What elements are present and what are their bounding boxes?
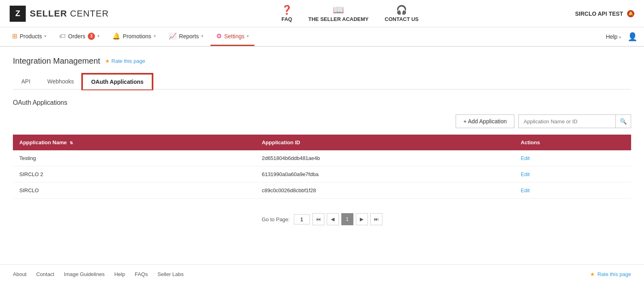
report-icon: 📈 — [169, 32, 177, 40]
cell-actions: Edit — [514, 150, 631, 166]
grid-icon: ⊞ — [12, 32, 17, 40]
nav-label-orders: Orders — [68, 33, 85, 39]
logo-text: SELLER CENTER — [30, 8, 109, 19]
table-body: Testing 2d651804b6ddb481ae4b Edit SIRCLO… — [13, 150, 631, 199]
cell-app-name: SIRCLO — [13, 183, 255, 199]
top-header: Z SELLER CENTER ❓ FAQ 📖 THE SELLER ACADE… — [0, 0, 644, 27]
notification-bell-icon[interactable]: 🔔 — [627, 10, 634, 17]
user-profile-icon[interactable]: 👤 — [627, 32, 638, 42]
logo-bold: SELLER — [30, 8, 67, 19]
logo-area[interactable]: Z SELLER CENTER — [10, 6, 109, 22]
footer-faqs[interactable]: FAQs — [135, 271, 148, 277]
tab-webhooks-label: Webhooks — [47, 78, 74, 85]
search-input[interactable] — [519, 115, 615, 128]
tab-api[interactable]: API — [13, 74, 39, 89]
orders-dropdown-arrow: ▾ — [97, 34, 99, 38]
table-header-row: Appplication Name ⇅ Appplication ID Acti… — [13, 135, 631, 150]
col-header-app-id: Appplication ID — [255, 135, 514, 150]
logo-letter: Z — [15, 9, 20, 18]
cell-app-name: Testing — [13, 150, 255, 166]
faq-icon: ❓ — [281, 5, 292, 15]
footer-seller-labs[interactable]: Seller Labs — [157, 271, 184, 277]
col-header-actions: Actions — [514, 135, 631, 150]
academy-label: THE SELLER ACADEMY — [308, 16, 369, 22]
tabs: API Webhooks OAuth Applications — [13, 74, 631, 89]
faq-nav-item[interactable]: ❓ FAQ — [281, 5, 292, 22]
prev-page-button[interactable]: ◀ — [327, 213, 339, 225]
page-title: Integration Management — [13, 56, 100, 66]
search-box: 🔍 — [518, 114, 631, 128]
rate-page-link[interactable]: ★ Rate this page — [105, 58, 145, 64]
nav-right: Help ▾ 👤 — [606, 32, 638, 42]
rate-label: Rate this page — [111, 58, 145, 64]
section-title: OAuth Applications — [13, 99, 631, 106]
star-icon: ★ — [105, 58, 110, 64]
nav-item-orders[interactable]: 🏷 Orders 3 ▾ — [54, 27, 105, 46]
reports-dropdown-arrow: ▾ — [201, 34, 203, 38]
user-name: SIRCLO API TEST — [575, 10, 623, 17]
cell-app-id: 2d651804b6ddb481ae4b — [255, 150, 514, 166]
toolbar: + Add Application 🔍 — [13, 114, 631, 128]
page-header: Integration Management ★ Rate this page — [13, 56, 631, 66]
footer-image-guidelines[interactable]: Image Guidelines — [64, 271, 105, 277]
contact-label: CONTACT US — [385, 16, 419, 22]
cell-actions: Edit — [514, 183, 631, 199]
main-nav: ⊞ Products ▾ 🏷 Orders 3 ▾ 🔔 Promotions ▾… — [0, 27, 644, 47]
nav-label-products: Products — [20, 33, 42, 39]
edit-link[interactable]: Edit — [521, 171, 530, 177]
faq-label: FAQ — [281, 16, 292, 22]
current-page-button[interactable]: 1 — [341, 213, 353, 225]
col-header-name: Appplication Name ⇅ — [13, 135, 255, 150]
go-to-page-label: Go to Page: — [262, 216, 289, 222]
cell-app-id: 6131990a0a60a9e7fdba — [255, 166, 514, 183]
first-page-button[interactable]: ⏮ — [312, 213, 324, 225]
sort-icon-name[interactable]: ⇅ — [70, 141, 73, 145]
help-button[interactable]: Help ▾ — [606, 33, 621, 40]
nav-item-settings[interactable]: ⚙ Settings ▾ — [211, 27, 255, 46]
nav-item-reports[interactable]: 📈 Reports ▾ — [163, 27, 209, 46]
tab-oauth-label: OAuth Applications — [91, 79, 143, 85]
help-dropdown-arrow: ▾ — [619, 35, 621, 39]
logo-regular: CENTER — [67, 8, 109, 19]
tab-oauth[interactable]: OAuth Applications — [82, 74, 152, 89]
contact-icon: 🎧 — [396, 5, 407, 15]
pagination: Go to Page: ⏮ ◀ 1 ▶ ⏭ — [13, 208, 631, 230]
nav-item-products[interactable]: ⊞ Products ▾ — [6, 27, 52, 46]
nav-item-promotions[interactable]: 🔔 Promotions ▾ — [107, 27, 161, 46]
cell-app-name: SIRCLO 2 — [13, 166, 255, 183]
table-row: SIRCLO c89c0c0026d8cbbf1f28 Edit — [13, 183, 631, 199]
footer-rate-link[interactable]: ★ Rate this page — [590, 271, 631, 277]
edit-link[interactable]: Edit — [521, 187, 530, 193]
page-input[interactable] — [294, 214, 310, 224]
academy-nav-item[interactable]: 📖 THE SELLER ACADEMY — [308, 5, 369, 22]
tab-webhooks[interactable]: Webhooks — [39, 74, 83, 89]
footer-star-icon: ★ — [590, 271, 595, 277]
footer-rate-label: Rate this page — [597, 271, 631, 277]
settings-dropdown-arrow: ▾ — [247, 34, 249, 38]
footer-contact[interactable]: Contact — [36, 271, 54, 277]
help-label: Help — [606, 33, 617, 40]
footer: About Contact Image Guidelines Help FAQs… — [0, 264, 644, 284]
settings-icon: ⚙ — [216, 32, 222, 40]
promotions-dropdown-arrow: ▾ — [154, 34, 156, 38]
tab-api-label: API — [21, 78, 31, 85]
table-row: Testing 2d651804b6ddb481ae4b Edit — [13, 150, 631, 166]
footer-help[interactable]: Help — [114, 271, 125, 277]
academy-icon: 📖 — [333, 5, 344, 15]
nav-label-promotions: Promotions — [123, 33, 151, 39]
footer-about[interactable]: About — [13, 271, 27, 277]
applications-table: Appplication Name ⇅ Appplication ID Acti… — [13, 135, 631, 199]
top-nav: ❓ FAQ 📖 THE SELLER ACADEMY 🎧 CONTACT US — [125, 5, 575, 22]
products-dropdown-arrow: ▾ — [44, 34, 46, 38]
contact-nav-item[interactable]: 🎧 CONTACT US — [385, 5, 419, 22]
cell-actions: Edit — [514, 166, 631, 183]
table-row: SIRCLO 2 6131990a0a60a9e7fdba Edit — [13, 166, 631, 183]
page-content: Integration Management ★ Rate this page … — [0, 47, 644, 248]
tag-icon: 🏷 — [59, 33, 66, 40]
add-application-button[interactable]: + Add Application — [456, 114, 514, 128]
edit-link[interactable]: Edit — [521, 155, 530, 161]
next-page-button[interactable]: ▶ — [356, 213, 368, 225]
search-button[interactable]: 🔍 — [615, 115, 631, 128]
orders-badge: 3 — [88, 33, 95, 40]
last-page-button[interactable]: ⏭ — [370, 213, 382, 225]
